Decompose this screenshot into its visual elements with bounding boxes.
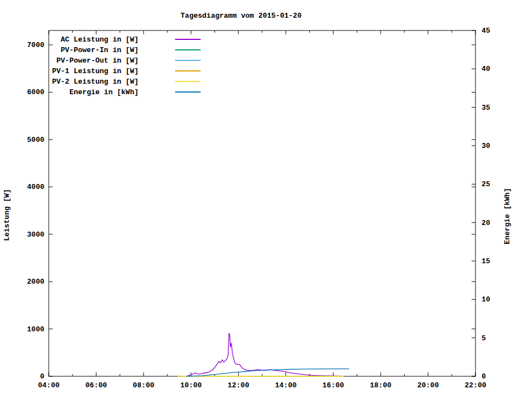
- chart-page: Tagesdiagramm vom 2015-01-20 Leistung [W…: [0, 0, 532, 399]
- y2-tick-label: 25: [482, 180, 490, 188]
- y1-tick-label: 7000: [27, 41, 44, 49]
- ac-leistung-line: [178, 334, 344, 376]
- y1-tick-label: 6000: [27, 88, 44, 96]
- y2-tick-label: 5: [482, 334, 486, 342]
- legend-entry-label: PV-1 Leistung in [W]: [52, 67, 139, 75]
- y2-tick-label: 0: [482, 372, 486, 381]
- y1-tick-label: 3000: [27, 231, 44, 239]
- x-tick-label: 10:00: [180, 381, 202, 390]
- legend-entry: AC Leistung in [W]: [61, 35, 201, 44]
- legend-entry-label: PV-Power-In in [W]: [61, 46, 139, 54]
- y2-tick-label: 20: [482, 219, 490, 227]
- legend-entry-label: AC Leistung in [W]: [61, 35, 139, 44]
- legend-entry-label: PV-2 Leistung in [W]: [52, 78, 139, 86]
- x-tick-label: 06:00: [85, 381, 107, 390]
- y2-tick-label: 15: [482, 257, 490, 265]
- y1-tick-label: 5000: [27, 136, 44, 144]
- y-axis-left-label: Leistung [W]: [3, 189, 11, 241]
- y-axis-right-label: Energie [kWh]: [503, 188, 511, 244]
- x-tick-label: 14:00: [275, 381, 296, 390]
- y1-tick-label: 0: [40, 372, 44, 381]
- x-tick-label: 18:00: [370, 381, 391, 390]
- legend-entry: Energie in [kWh]: [69, 88, 201, 96]
- legend-entry: PV-Power-Out in [W]: [57, 57, 201, 65]
- legend-entry: PV-Power-In in [W]: [61, 46, 201, 54]
- y2-tick-label: 10: [482, 295, 490, 304]
- legend-entry-label: PV-Power-Out in [W]: [57, 57, 139, 65]
- legend-entry-label: Energie in [kWh]: [69, 88, 139, 96]
- y1-tick-label: 1000: [27, 325, 44, 334]
- legend-entry: PV-2 Leistung in [W]: [52, 78, 201, 86]
- chart-title: Tagesdiagramm vom 2015-01-20: [181, 12, 302, 20]
- y2-tick-label: 30: [482, 142, 490, 150]
- tagesdiagramm-chart: Tagesdiagramm vom 2015-01-20 Leistung [W…: [0, 0, 532, 399]
- x-tick-label: 08:00: [133, 381, 155, 390]
- y2-tick-label: 35: [482, 104, 490, 112]
- x-tick-label: 20:00: [417, 381, 439, 390]
- legend-entry: PV-1 Leistung in [W]: [52, 67, 201, 75]
- energie-line: [186, 369, 349, 376]
- x-tick-label: 16:00: [323, 381, 344, 390]
- y2-tick-label: 45: [482, 27, 490, 35]
- y2-tick-label: 40: [482, 65, 490, 73]
- legend: AC Leistung in [W] PV-Power-In in [W] PV…: [52, 35, 201, 96]
- x-tick-label: 04:00: [38, 381, 59, 390]
- y1-tick-label: 2000: [27, 278, 44, 286]
- x-tick-label: 12:00: [228, 381, 249, 390]
- x-tick-label: 22:00: [464, 381, 486, 390]
- y1-tick-label: 4000: [27, 183, 44, 191]
